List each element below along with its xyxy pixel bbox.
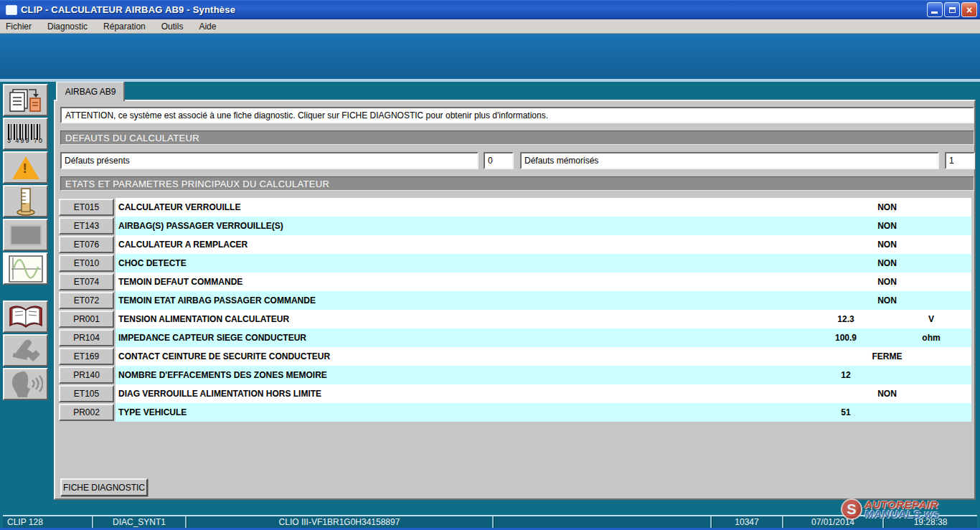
table-row: ET010 CHOC DETECTE NON [55, 254, 977, 273]
param-label: TENSION ALIMENTATION CALCULATEUR [116, 314, 803, 324]
param-value: 100.9 [803, 328, 889, 347]
param-label: TEMOIN DEFAUT COMMANDE [116, 277, 803, 287]
tab-airbag-ab9[interactable]: AIRBAG AB9 [56, 81, 125, 101]
param-value: 51 [803, 403, 889, 422]
sidebar-warning-button[interactable] [3, 151, 48, 184]
status-bar: CLIP 128 DIAC_SYNT1 CLIO III-VF1BR1G0H34… [3, 515, 977, 528]
section-header-defauts: DEFAUTS DU CALCULATEUR [60, 131, 974, 145]
waveform-icon [9, 255, 43, 283]
param-label: CHOC DETECTE [116, 258, 803, 268]
sidebar-waveform-button[interactable] [3, 252, 48, 285]
table-row: ET105 DIAG VERROUILLE ALIMENTATION HORS … [55, 384, 977, 403]
param-unit: ohm [891, 328, 971, 347]
attention-message: ATTENTION, ce système est associé à une … [60, 107, 974, 123]
status-screen-code: DIAC_SYNT1 [92, 516, 185, 528]
table-row: ET143 AIRBAG(S) PASSAGER VERROUILLE(S) N… [55, 217, 977, 235]
table-row: PR140 NOMBRE D'EFFACEMENTS DES ZONES MEM… [55, 366, 977, 384]
param-label: DIAG VERROUILLE ALIMENTATION HORS LIMITE [116, 389, 803, 399]
clip-application-window: CLIP - CALCULATEUR AIRBAG AB9 - Synthèse… [0, 0, 980, 530]
table-row: ET169 CONTACT CEINTURE DE SECURITE CONDU… [55, 347, 977, 366]
sidebar-measure-button[interactable] [3, 185, 48, 217]
param-label: TYPE VEHICULE [116, 407, 803, 417]
restore-button[interactable] [944, 2, 960, 17]
window-title: CLIP - CALCULATEUR AIRBAG AB9 - Synthèse [21, 4, 235, 15]
documents-copy-icon [7, 87, 44, 114]
param-code-button[interactable]: PR002 [59, 404, 114, 421]
table-row: PR002 TYPE VEHICULE 51 [55, 403, 977, 422]
sidebar-screen-button[interactable] [3, 219, 48, 251]
defauts-memorises-label: Défauts mémorisés [520, 152, 939, 169]
sidebar-manual-button[interactable] [3, 301, 48, 333]
app-icon [6, 5, 17, 15]
close-button[interactable]: × [961, 2, 977, 17]
param-code-button[interactable]: PR140 [59, 366, 114, 384]
param-label: IMPEDANCE CAPTEUR SIEGE CONDUCTEUR [116, 333, 803, 343]
table-row: ET072 TEMOIN ETAT AIRBAG PASSAGER COMMAN… [55, 291, 977, 310]
param-state: NON [803, 273, 971, 291]
table-row: PR001 TENSION ALIMENTATION CALCULATEUR 1… [55, 310, 977, 328]
toolbar-underline [0, 79, 980, 82]
defauts-presents-label: Défauts présents [60, 152, 479, 169]
param-value: 12.3 [803, 310, 889, 328]
param-code-button[interactable]: ET072 [59, 292, 114, 309]
param-state: FERME [803, 347, 971, 366]
menu-aide[interactable]: Aide [199, 22, 216, 32]
param-code-button[interactable]: ET015 [59, 199, 114, 216]
title-bar: CLIP - CALCULATEUR AIRBAG AB9 - Synthèse… [0, 0, 980, 19]
param-label: AIRBAG(S) PASSAGER VERROUILLE(S) [116, 221, 803, 231]
manual-book-icon [8, 304, 44, 330]
menu-reparation[interactable]: Réparation [103, 22, 146, 32]
sidebar-voice-button[interactable] [3, 368, 48, 400]
sidebar-barcode-button[interactable]: 3 499 70 [3, 118, 48, 150]
param-code-button[interactable]: ET143 [59, 217, 114, 235]
watermark-line2: MANUALS.ws [864, 509, 939, 519]
clamp-tool-icon [9, 337, 43, 364]
sidebar-documents-button[interactable] [3, 84, 48, 116]
param-code-button[interactable]: ET169 [59, 348, 114, 365]
status-empty-segment [492, 516, 710, 528]
table-row: ET076 CALCULATEUR A REMPLACER NON [55, 235, 977, 254]
defauts-memorises-value: 1 [945, 152, 975, 169]
main-panel: ATTENTION, ce système est associé à une … [54, 100, 976, 500]
param-state: NON [803, 217, 971, 235]
param-label: CONTACT CEINTURE DE SECURITE CONDUCTEUR [116, 351, 803, 361]
param-label: CALCULATEUR VERROUILLE [116, 202, 803, 212]
param-state: NON [803, 235, 971, 254]
menu-diagnostic[interactable]: Diagnostic [47, 22, 88, 32]
param-code-button[interactable]: ET010 [59, 255, 114, 272]
param-code-button[interactable]: ET105 [59, 385, 114, 402]
status-code: 10347 [710, 516, 782, 528]
param-label: NOMBRE D'EFFACEMENTS DES ZONES MEMOIRE [116, 370, 803, 380]
toolbar [0, 34, 980, 79]
param-code-button[interactable]: ET074 [59, 273, 114, 290]
param-unit: V [891, 310, 971, 328]
screen-icon [10, 225, 42, 245]
param-label: CALCULATEUR A REMPLACER [116, 240, 803, 250]
voice-help-icon [9, 370, 43, 399]
sidebar-clamp-button[interactable] [3, 334, 48, 366]
param-code-button[interactable]: ET076 [59, 236, 114, 253]
warning-icon [12, 156, 39, 179]
defauts-presents-value: 0 [484, 152, 514, 169]
minimize-icon [931, 11, 938, 14]
param-label: TEMOIN ETAT AIRBAG PASSAGER COMMANDE [116, 295, 803, 306]
watermark: S AUTOREPAIR MANUALS.ws [841, 497, 977, 521]
restore-icon [949, 7, 956, 13]
watermark-logo-icon: S [841, 498, 862, 520]
param-state: NON [803, 384, 971, 403]
table-row: ET074 TEMOIN DEFAUT COMMANDE NON [55, 273, 977, 291]
param-state: NON [803, 291, 971, 310]
measuring-cylinder-icon [14, 187, 38, 216]
minimize-button[interactable] [927, 2, 943, 17]
table-row: PR104 IMPEDANCE CAPTEUR SIEGE CONDUCTEUR… [55, 328, 977, 347]
fiche-diagnostic-button[interactable]: FICHE DIAGNOSTIC [60, 478, 148, 496]
table-row: ET015 CALCULATEUR VERROUILLE NON [55, 198, 977, 217]
status-vehicle-vin: CLIO III-VF1BR1G0H34158897 [185, 516, 492, 528]
menu-fichier[interactable]: Fichier [6, 22, 32, 32]
param-code-button[interactable]: PR104 [59, 329, 114, 346]
param-value: 12 [803, 366, 889, 384]
status-app-version: CLIP 128 [3, 516, 92, 528]
param-code-button[interactable]: PR001 [59, 311, 114, 328]
menu-bar: Fichier Diagnostic Réparation Outils Aid… [0, 19, 980, 34]
menu-outils[interactable]: Outils [161, 22, 184, 32]
